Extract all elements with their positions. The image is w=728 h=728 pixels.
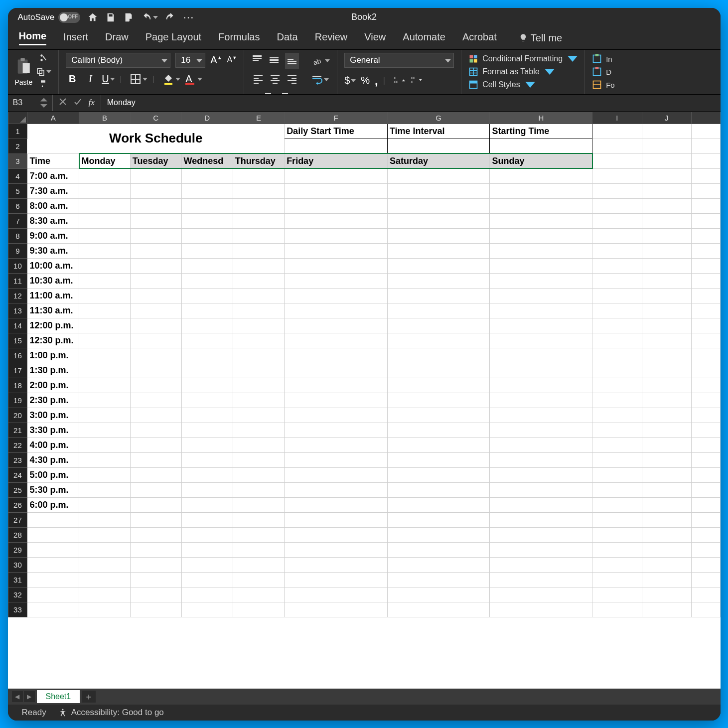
cell-B4[interactable] bbox=[79, 168, 131, 183]
cell-J10[interactable] bbox=[642, 258, 691, 273]
cell-D13[interactable] bbox=[181, 303, 233, 318]
cell-I26[interactable] bbox=[592, 497, 642, 512]
cell-F28[interactable] bbox=[285, 527, 388, 542]
row-header-9[interactable]: 9 bbox=[8, 243, 27, 258]
cell-A15[interactable]: 12:30 p.m. bbox=[27, 333, 79, 348]
cell-J32[interactable] bbox=[642, 587, 691, 602]
cell-extra11[interactable] bbox=[691, 273, 720, 288]
cell-E16[interactable] bbox=[233, 348, 284, 363]
cell-G11[interactable] bbox=[387, 273, 490, 288]
cell-H8[interactable] bbox=[490, 228, 592, 243]
cell-B31[interactable] bbox=[79, 572, 131, 587]
cell-D18[interactable] bbox=[181, 378, 233, 393]
cell-H13[interactable] bbox=[490, 303, 592, 318]
cell-H7[interactable] bbox=[490, 213, 592, 228]
cell-C15[interactable] bbox=[130, 333, 181, 348]
cell-B33[interactable] bbox=[79, 602, 131, 617]
comma-button[interactable]: , bbox=[375, 74, 378, 88]
cell-B9[interactable] bbox=[79, 243, 131, 258]
cell-D30[interactable] bbox=[181, 557, 233, 572]
cell-J19[interactable] bbox=[642, 393, 691, 408]
cell-extra16[interactable] bbox=[691, 348, 720, 363]
cell-E3[interactable]: Thursday bbox=[233, 153, 284, 168]
cell-F20[interactable] bbox=[285, 408, 388, 423]
cell-F19[interactable] bbox=[285, 393, 388, 408]
cell-E7[interactable] bbox=[233, 213, 284, 228]
cell-C33[interactable] bbox=[130, 602, 181, 617]
autosave-toggle[interactable]: OFF bbox=[58, 12, 80, 23]
cell-B8[interactable] bbox=[79, 228, 131, 243]
cell-D9[interactable] bbox=[181, 243, 233, 258]
row-header-15[interactable]: 15 bbox=[8, 333, 27, 348]
cell-J24[interactable] bbox=[642, 467, 691, 482]
cell-I8[interactable] bbox=[592, 228, 642, 243]
cell-F26[interactable] bbox=[285, 497, 388, 512]
cell-C5[interactable] bbox=[130, 183, 181, 198]
cell-I16[interactable] bbox=[592, 348, 642, 363]
cell-F12[interactable] bbox=[285, 288, 388, 303]
cell-H21[interactable] bbox=[490, 423, 592, 437]
cell-H15[interactable] bbox=[490, 333, 592, 348]
increase-decimal-icon[interactable]: .0.00 bbox=[393, 74, 405, 88]
cell-C26[interactable] bbox=[130, 497, 181, 512]
select-all-corner[interactable] bbox=[8, 112, 27, 124]
cell-B21[interactable] bbox=[79, 423, 131, 437]
cell-H24[interactable] bbox=[490, 467, 592, 482]
home-icon[interactable] bbox=[87, 12, 98, 23]
underline-button[interactable]: U bbox=[102, 73, 115, 85]
tab-acrobat[interactable]: Acrobat bbox=[462, 31, 497, 45]
cell-D28[interactable] bbox=[181, 527, 233, 542]
row-header-25[interactable]: 25 bbox=[8, 482, 27, 497]
cell-C8[interactable] bbox=[130, 228, 181, 243]
cell-I7[interactable] bbox=[592, 213, 642, 228]
cell-F32[interactable] bbox=[285, 587, 388, 602]
cell-E15[interactable] bbox=[233, 333, 284, 348]
cell-I23[interactable] bbox=[592, 452, 642, 467]
tab-draw[interactable]: Draw bbox=[105, 31, 129, 45]
cell-B15[interactable] bbox=[79, 333, 131, 348]
cell-extra33[interactable] bbox=[691, 602, 720, 617]
add-sheet-button[interactable]: ＋ bbox=[82, 691, 96, 703]
cell-J26[interactable] bbox=[642, 497, 691, 512]
cell-F15[interactable] bbox=[285, 333, 388, 348]
cell-E17[interactable] bbox=[233, 363, 284, 378]
cell-A32[interactable] bbox=[27, 587, 79, 602]
cell-F33[interactable] bbox=[285, 602, 388, 617]
cell-C21[interactable] bbox=[130, 423, 181, 437]
cell-I14[interactable] bbox=[592, 318, 642, 333]
cell-H17[interactable] bbox=[490, 363, 592, 378]
cell-C12[interactable] bbox=[130, 288, 181, 303]
cell-F16[interactable] bbox=[285, 348, 388, 363]
cell-F4[interactable] bbox=[285, 168, 388, 183]
tab-review[interactable]: Review bbox=[315, 31, 348, 45]
cell-B10[interactable] bbox=[79, 258, 131, 273]
autosave-control[interactable]: AutoSave OFF bbox=[18, 12, 81, 23]
cell-B29[interactable] bbox=[79, 542, 131, 557]
cell-E5[interactable] bbox=[233, 183, 284, 198]
cell-J16[interactable] bbox=[642, 348, 691, 363]
cell-A30[interactable] bbox=[27, 557, 79, 572]
cell-I2[interactable] bbox=[592, 139, 642, 153]
cell-H26[interactable] bbox=[490, 497, 592, 512]
cell-A3[interactable]: Time bbox=[27, 153, 79, 168]
cell-extra19[interactable] bbox=[691, 393, 720, 408]
cell-G27[interactable] bbox=[387, 512, 490, 527]
align-top-icon[interactable] bbox=[251, 54, 263, 68]
cell-B26[interactable] bbox=[79, 497, 131, 512]
copy-icon[interactable] bbox=[36, 67, 51, 76]
cell-extra30[interactable] bbox=[691, 557, 720, 572]
row-header-30[interactable]: 30 bbox=[8, 557, 27, 572]
cell-C7[interactable] bbox=[130, 213, 181, 228]
tab-view[interactable]: View bbox=[364, 31, 386, 45]
borders-button[interactable] bbox=[130, 73, 147, 85]
cell-F22[interactable] bbox=[285, 437, 388, 452]
cell-C11[interactable] bbox=[130, 273, 181, 288]
cell-D7[interactable] bbox=[181, 213, 233, 228]
tab-page-layout[interactable]: Page Layout bbox=[146, 31, 201, 45]
cell-extra25[interactable] bbox=[691, 482, 720, 497]
cell-B18[interactable] bbox=[79, 378, 131, 393]
cell-extra28[interactable] bbox=[691, 527, 720, 542]
cell-D19[interactable] bbox=[181, 393, 233, 408]
cell-E27[interactable] bbox=[233, 512, 284, 527]
row-header-3[interactable]: 3 bbox=[8, 153, 27, 168]
